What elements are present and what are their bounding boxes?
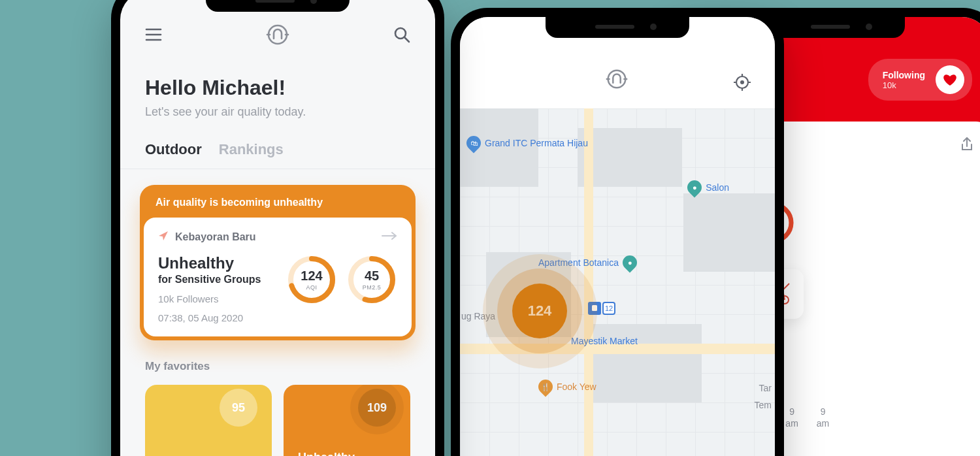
forecast-hour: 9am [817,406,829,429]
pin-icon: ● [619,252,640,272]
favorites-title: My favorites [145,360,410,373]
map-label: Tem [755,400,772,410]
map-poi[interactable]: ● Salon [687,180,729,195]
home-tabs: Outdoor Rankings [120,119,435,169]
aqi-timestamp: 07:38, 05 Aug 2020 [158,312,261,323]
app-logo-icon [265,22,291,50]
phone-home: Hello Michael! Let's see your air qualit… [111,0,444,456]
follow-pill[interactable]: Following 10k [868,59,972,101]
map-poi[interactable]: 🍴 Fook Yew [538,380,596,394]
aqi-status: Unhealthy [158,254,261,272]
following-label: Following [883,70,925,80]
pin-icon: ● [685,177,705,197]
menu-icon[interactable] [145,28,162,44]
aqi-headline: Air quality is becoming unhealthy [140,185,416,218]
aqi-location: Kebayoran Baru [175,231,256,243]
favorite-card[interactable]: 109 Unhealthy [284,385,410,456]
shopping-pin-icon: 🛍 [463,133,483,153]
favorite-card[interactable]: 95 [145,385,272,456]
svg-point-17 [740,80,744,84]
locate-icon[interactable] [733,73,751,94]
svg-line-7 [404,37,409,42]
forecast-hour: 9am [785,406,798,429]
greeting-title: Hello Michael! [145,76,410,100]
pm-dial: 45PM2.5 [346,254,397,305]
aqi-card[interactable]: Air quality is becoming unhealthy Kebayo… [140,185,416,340]
phone-map: 🛍 Grand ITC Permata Hijau ● Salon Apartm… [451,8,784,456]
map-label: Tar [759,383,772,393]
map-poi[interactable]: 🛍 Grand ITC Permata Hijau [466,136,588,150]
route-badge: 12 [602,302,615,315]
arrow-right-icon[interactable] [382,231,397,243]
greeting-subtitle: Let's see your air quality today. [145,105,410,119]
share-icon[interactable] [960,137,973,154]
favorite-value: 109 [358,389,396,427]
divider [120,169,435,169]
svg-point-3 [269,25,287,44]
following-count: 10k [883,80,925,90]
heart-icon[interactable] [936,65,964,94]
favorite-value: 95 [220,389,257,427]
map-view[interactable]: 🛍 Grand ITC Permata Hijau ● Salon Apartm… [460,108,775,456]
food-pin-icon: 🍴 [535,376,555,397]
tab-outdoor[interactable]: Outdoor [145,141,202,158]
app-logo-icon [604,67,629,94]
aqi-dial: 124AQI [286,254,337,305]
location-icon [158,231,169,244]
svg-point-13 [608,71,626,88]
search-icon[interactable] [393,26,410,46]
aqi-pin-value: 124 [528,302,552,319]
aqi-status-sub: for Sensitive Groups [158,274,261,285]
device-notch [546,17,689,38]
tab-rankings[interactable]: Rankings [219,141,284,158]
device-notch [206,0,350,12]
map-aqi-pin[interactable]: 124 [512,284,567,338]
favorite-label: Unhealthy [298,451,355,456]
aqi-followers: 10k Followers [158,293,261,304]
